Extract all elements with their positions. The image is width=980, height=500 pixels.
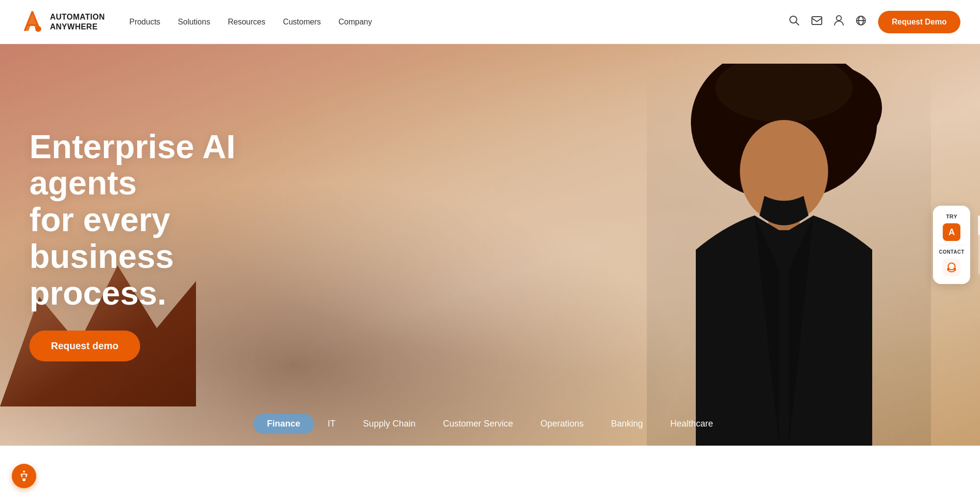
widget-logo-icon[interactable]: A (943, 223, 960, 241)
hero-title: Enterprise AI agents for every business … (29, 128, 314, 311)
tab-supply-chain[interactable]: Supply Chain (349, 414, 429, 434)
floating-widget: TRY A CONTACT (933, 206, 970, 284)
widget-contact-label: CONTACT (939, 249, 964, 255)
hero-section: Enterprise AI agents for every business … (0, 44, 980, 446)
hero-content: Enterprise AI agents for every business … (0, 128, 343, 362)
request-demo-button[interactable]: Request Demo (878, 11, 960, 33)
tab-it[interactable]: IT (314, 414, 349, 434)
nav-resources[interactable]: Resources (228, 18, 265, 26)
svg-point-14 (948, 263, 955, 270)
nav-products[interactable]: Products (129, 18, 160, 26)
svg-point-4 (836, 16, 841, 21)
hero-cta-button[interactable]: Request demo (29, 331, 140, 361)
tab-healthcare[interactable]: Healthcare (657, 414, 727, 434)
svg-line-2 (796, 22, 799, 25)
svg-rect-3 (812, 17, 822, 24)
hero-person (647, 64, 931, 446)
user-icon[interactable] (834, 15, 844, 28)
logo[interactable]: AUTOMATION ANYWHERE (20, 9, 105, 35)
logo-text: AUTOMATION ANYWHERE (50, 12, 105, 31)
header-right: Request Demo (789, 11, 960, 33)
nav-company[interactable]: Company (339, 18, 372, 26)
nav-customers[interactable]: Customers (283, 18, 320, 26)
mail-icon[interactable] (811, 16, 822, 27)
main-nav: Products Solutions Resources Customers C… (129, 18, 372, 26)
widget-try-label: TRY (946, 214, 957, 219)
industry-tabs: Finance IT Supply Chain Customer Service… (0, 404, 980, 446)
scroll-indicator (978, 215, 980, 274)
tab-banking[interactable]: Banking (597, 414, 657, 434)
main-header: AUTOMATION ANYWHERE Products Solutions R… (0, 0, 980, 44)
nav-solutions[interactable]: Solutions (178, 18, 210, 26)
widget-divider (939, 245, 964, 245)
svg-point-0 (35, 26, 41, 32)
search-icon[interactable] (789, 15, 800, 28)
tab-customer-service[interactable]: Customer Service (429, 414, 527, 434)
header-left: AUTOMATION ANYWHERE Products Solutions R… (20, 9, 372, 35)
svg-rect-15 (947, 268, 949, 271)
scroll-thumb (978, 215, 980, 235)
widget-headset-icon[interactable] (943, 259, 960, 276)
globe-icon[interactable] (856, 15, 866, 28)
tab-operations[interactable]: Operations (527, 414, 597, 434)
svg-rect-16 (954, 268, 956, 271)
tab-finance[interactable]: Finance (253, 414, 314, 434)
